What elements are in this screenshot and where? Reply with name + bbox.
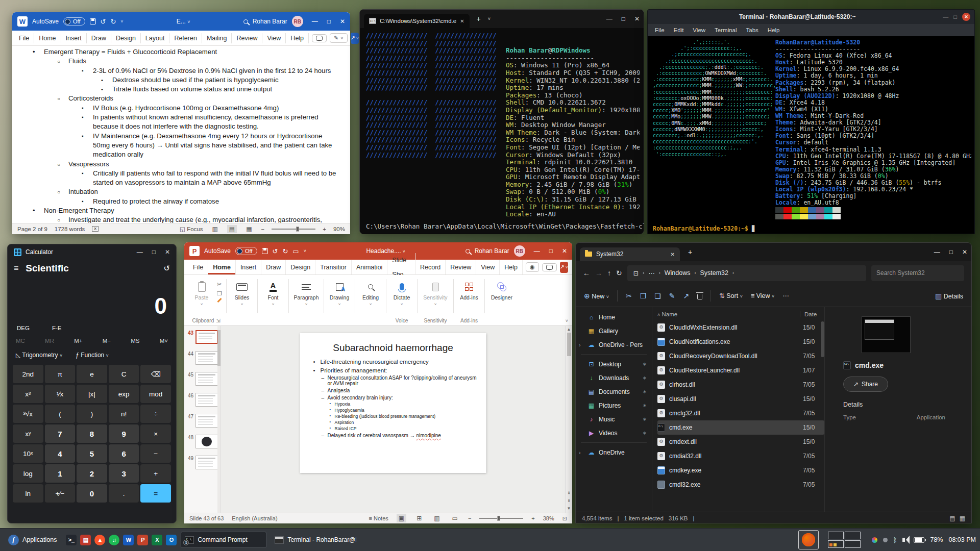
proofing-icon[interactable]: ✕ [92,226,99,232]
tab-close-icon[interactable]: ✕ [671,252,675,257]
file-row[interactable]: cmdext.dll 15/0 [657,435,824,449]
language-indicator[interactable]: English (Australia) [232,515,277,521]
quick-access-chevron[interactable]: ˅ [304,248,306,254]
ribbon-tab[interactable]: Animatioi [352,260,387,274]
cmd-tab[interactable]: c:\ C:\Windows\System32\cmd.e ✕ [364,14,470,28]
reading-view-icon[interactable]: ▥ [432,514,442,522]
powerpoint-icon[interactable]: P [137,535,148,545]
addins-button[interactable]: Add-ins [455,279,483,300]
taskbar-window-cmd[interactable]: C:\5 Command Prompt [181,532,266,548]
date-column-header[interactable]: Date [800,311,824,317]
normal-view-icon[interactable]: ▣ [397,514,406,522]
read-mode-icon[interactable]: ▥ [210,225,220,233]
share-button[interactable]: ↗Share [843,377,888,392]
calculator-key[interactable]: log [13,464,43,483]
calculator-key[interactable]: 2 [77,464,107,483]
menu-item[interactable]: Terminal [710,27,741,34]
memory-button[interactable]: MS [131,338,139,344]
workspace-4[interactable] [845,540,861,548]
fit-slide-icon[interactable]: ⊡ [562,515,567,522]
paragraph-button[interactable]: Paragraph˅ [290,279,323,307]
file-row[interactable]: cmd.exe 15/0 [657,420,824,435]
slide-sorter-icon[interactable]: ⊞ [414,514,424,522]
slide-scrollbar[interactable]: ▲ ⇞ ⇟ ▼ [565,326,572,513]
slide-thumbnail-panel[interactable]: 43 44 45 46 47 48 49 [184,326,221,513]
search-icon[interactable] [243,19,248,24]
file-row[interactable]: CloudRecoveryDownloadTool.dll 7/05 [657,349,824,363]
slide-body[interactable]: •Life-threatening neurosurgical emergenc… [300,359,486,438]
minimize-button[interactable]: — [943,14,948,20]
ribbon-tab[interactable]: Record [415,260,446,274]
slide-thumbnail[interactable]: 49 [186,456,219,469]
calculator-key[interactable]: 5 [77,444,107,463]
previous-slide-button[interactable]: ⇞ [567,491,571,495]
file-row[interactable]: CloudRestoreLauncher.dll 1/07 [657,363,824,378]
redo-icon[interactable]: ↻ [282,248,288,255]
ribbon-tab[interactable]: Draw [87,33,111,43]
sidebar-item[interactable]: ›☁OneDrive [576,445,652,459]
calculator-key[interactable]: e [77,365,107,383]
slide-thumbnail[interactable]: 47 [186,414,219,428]
file-row[interactable]: cmdial32.dll 7/05 [657,449,824,463]
calculator-key[interactable]: ÷ [140,405,171,423]
ribbon-tab[interactable]: Layout [141,33,170,43]
active-app-indicator[interactable] [798,530,819,549]
designer-button[interactable]: Designer [486,279,518,300]
details-pane-button[interactable]: ▥ Details [935,292,963,300]
slide-indicator[interactable]: Slide 43 of 63 [189,515,224,521]
calculator-key[interactable]: exp [109,385,139,403]
cmd-output[interactable]: //////////////// ///////////////////////… [360,28,644,234]
calculator-key[interactable]: 0 [77,484,107,503]
volume-icon[interactable] [902,538,905,542]
file-row[interactable]: CloudNotifications.exe 15/0 [657,335,824,349]
file-row[interactable]: clrhost.dll 7/05 [657,378,824,392]
calculator-key[interactable]: + [140,464,171,483]
minimize-button[interactable]: — [606,15,612,22]
maximize-button[interactable]: □ [152,248,156,256]
calculator-key[interactable]: 1 [45,464,76,483]
print-layout-icon[interactable]: ▤ [227,225,237,233]
minimize-button[interactable]: — [137,248,143,256]
cut-icon[interactable]: ✂ [217,281,222,288]
ribbon-tab[interactable]: Review [232,33,262,43]
search-icon[interactable] [465,249,470,254]
view-button[interactable]: ≡ View ˅ [751,292,774,299]
applications-menu[interactable]: f Applications [4,531,61,548]
terminal-launcher-icon[interactable]: >_ [66,535,77,545]
copy-icon[interactable]: ❐ [640,292,647,300]
calculator-key[interactable]: ¹∕x [45,385,76,403]
sidebar-item[interactable]: ▤Documents∗ [576,385,652,398]
ribbon-tab[interactable]: Insert [236,260,261,274]
format-painter-icon[interactable] [217,298,222,303]
editing-button[interactable]: Editing˅ [356,279,385,307]
font-button[interactable]: AFont˅ [259,279,287,307]
thumbnail-scrollbar[interactable] [217,326,220,513]
zoom-in-button[interactable]: + [323,226,326,232]
maximize-button[interactable]: □ [549,247,553,255]
calculator-key[interactable]: × [140,424,171,443]
calculator-key[interactable]: 10ˣ [13,444,43,463]
ribbon-tab[interactable]: File [188,260,208,274]
calculator-key[interactable]: ( [45,405,76,423]
calculator-key[interactable]: 3 [109,464,139,483]
new-tab-button[interactable]: + [688,248,692,256]
undo-icon[interactable]: ↺ [101,18,106,25]
memory-button[interactable]: MR [45,338,54,344]
maximize-button[interactable]: □ [622,15,625,22]
file-row[interactable]: cmcfg32.dll 7/05 [657,406,824,420]
zoom-level[interactable]: 38% [543,515,554,521]
autosave-toggle[interactable]: Off [63,17,85,26]
zoom-out-button[interactable]: − [468,515,471,521]
search-input[interactable]: Search System32 [871,265,964,281]
calculator-key[interactable]: 4 [45,444,76,463]
ribbon-tab[interactable]: Design [111,33,141,43]
workspace-3[interactable] [828,540,844,548]
zoom-out-button[interactable]: − [261,226,265,232]
sidebar-item[interactable]: ↓Downloads∗ [576,371,652,385]
close-button[interactable]: ✕ [634,15,640,22]
ribbon-tab[interactable]: Referen [169,33,202,43]
ribbon-tab[interactable]: Home [208,260,236,274]
up-button[interactable]: ↑ [607,269,611,277]
calculator-key[interactable]: ⌫ [140,365,171,383]
sidebar-item[interactable]: ›☁OneDrive - Pers [576,338,652,352]
